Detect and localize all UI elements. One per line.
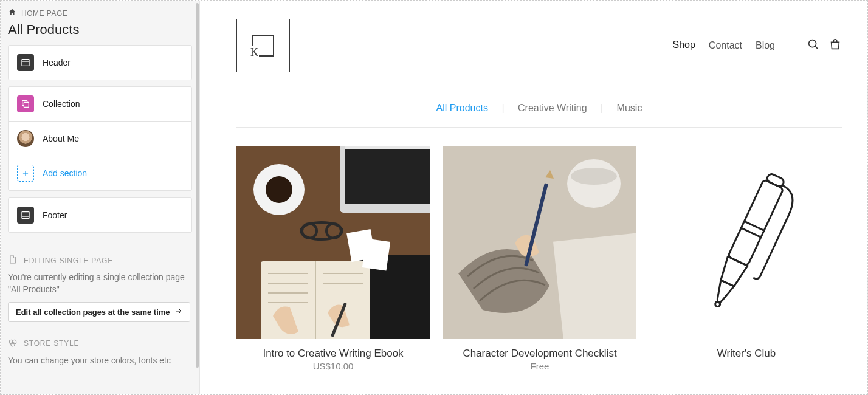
product-price: Free [443, 361, 636, 371]
filter-creative-writing[interactable]: Creative Writing [509, 103, 596, 113]
store-logo[interactable]: K [236, 19, 290, 72]
svg-rect-42 [728, 179, 784, 266]
store-preview: K Shop Contact Blog All Products | Cre [200, 1, 867, 394]
product-card[interactable]: Intro to Creative Writing Ebook US$10.00 [236, 146, 430, 371]
product-title: Character Development Checklist [443, 348, 636, 360]
svg-rect-33 [362, 238, 390, 270]
product-title: Writer's Club [650, 348, 843, 360]
store-header: K Shop Contact Blog [236, 19, 842, 103]
page-title: All Products [1, 22, 199, 45]
style-body: You can change your store colors, fonts … [8, 354, 192, 373]
svg-point-38 [571, 168, 617, 185]
home-icon [8, 8, 16, 18]
bag-icon[interactable] [828, 38, 842, 53]
nav-shop[interactable]: Shop [672, 40, 695, 52]
svg-line-13 [815, 46, 818, 49]
category-filter: All Products | Creative Writing | Music [236, 103, 842, 128]
style-heading-label: STORE STYLE [24, 339, 79, 348]
section-item-collection[interactable]: Collection [8, 86, 192, 122]
separator: | [598, 103, 605, 113]
svg-line-44 [741, 228, 761, 237]
store-nav: Shop Contact Blog [672, 38, 842, 53]
section-item-label: Footer [43, 210, 67, 220]
section-item-footer[interactable]: Footer [8, 197, 192, 233]
product-title: Intro to Creative Writing Ebook [236, 348, 430, 360]
nav-blog[interactable]: Blog [756, 40, 775, 51]
section-item-about-me[interactable]: About Me [8, 121, 192, 156]
section-item-label: Add section [43, 168, 87, 178]
svg-rect-16 [345, 146, 430, 204]
svg-rect-36 [553, 231, 636, 339]
footer-icon [17, 207, 34, 224]
svg-rect-6 [22, 212, 29, 219]
product-image [236, 146, 430, 339]
search-icon[interactable] [807, 38, 820, 53]
section-item-label: Collection [43, 99, 80, 109]
section-item-label: Header [43, 58, 71, 67]
svg-point-12 [809, 40, 816, 47]
add-section-button[interactable]: Add section [8, 156, 192, 191]
section-item-header[interactable]: Header [8, 45, 192, 80]
plus-icon [17, 165, 34, 182]
edit-all-pages-label: Edit all collection pages at the same ti… [16, 307, 170, 317]
pen-icon [680, 151, 813, 334]
product-image [443, 146, 636, 339]
editing-heading-label: EDITING SINGLE PAGE [24, 256, 113, 265]
svg-line-43 [744, 221, 764, 230]
section-item-label: About Me [43, 134, 79, 143]
svg-rect-0 [22, 60, 29, 66]
breadcrumb[interactable]: HOME PAGE [1, 1, 199, 22]
breadcrumb-label: HOME PAGE [21, 9, 67, 18]
editing-heading: EDITING SINGLE PAGE [8, 239, 192, 271]
filter-music[interactable]: Music [608, 103, 651, 113]
product-grid: Intro to Creative Writing Ebook US$10.00 [236, 146, 842, 371]
product-price: US$10.00 [236, 361, 430, 371]
edit-all-pages-button[interactable]: Edit all collection pages at the same ti… [8, 302, 190, 322]
scrollbar[interactable] [196, 3, 199, 368]
palette-icon [8, 338, 18, 349]
page-icon [8, 255, 18, 266]
header-icon [17, 54, 34, 71]
editing-body: You're currently editing a single collec… [8, 271, 192, 302]
avatar-icon [17, 130, 34, 147]
arrow-right-icon [175, 307, 182, 317]
svg-rect-3 [24, 102, 29, 107]
svg-rect-17 [345, 146, 430, 149]
product-image [650, 146, 843, 339]
svg-point-45 [714, 301, 721, 307]
nav-contact[interactable]: Contact [709, 40, 742, 51]
style-heading: STORE STYLE [8, 322, 192, 354]
separator: | [499, 103, 506, 113]
filter-all[interactable]: All Products [428, 103, 497, 113]
product-card[interactable]: Character Development Checklist Free [443, 146, 636, 371]
product-card[interactable]: Writer's Club [650, 146, 843, 371]
editor-sidebar: HOME PAGE All Products Header [1, 1, 200, 394]
collection-icon [17, 95, 34, 112]
svg-point-19 [266, 176, 292, 203]
